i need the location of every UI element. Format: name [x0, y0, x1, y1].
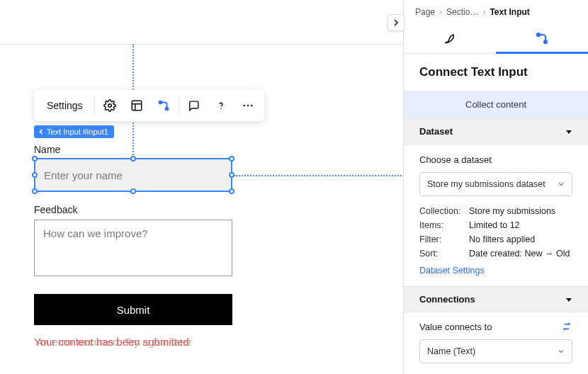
element-badge-label: Text Input #input1	[47, 128, 108, 136]
tab-design[interactable]	[404, 23, 496, 53]
svg-point-11	[544, 40, 547, 42]
value-connects-row: Value connects to	[404, 312, 588, 339]
svg-point-9	[251, 105, 253, 107]
dataset-header-label: Dataset	[419, 126, 453, 137]
feedback-label: Feedback	[34, 204, 77, 215]
element-badge[interactable]: Text Input #input1	[34, 125, 114, 138]
connections-section-body: Name (Text)	[404, 339, 588, 373]
breadcrumb: Page › Sectio… › Text Input	[404, 0, 588, 17]
svg-point-5	[165, 108, 168, 110]
value-field-select[interactable]: Name (Text)	[419, 339, 572, 363]
tab-connect[interactable]	[496, 23, 588, 53]
chevron-down-icon	[558, 181, 565, 188]
dataset-meta: Collection: Store my submissions Items: …	[419, 206, 572, 259]
breadcrumb-current: Text Input	[490, 7, 529, 17]
panel-tabs	[404, 23, 588, 54]
resize-handle-nw[interactable]	[32, 156, 38, 162]
sort-value: Date created: New → Old	[469, 249, 572, 259]
caret-down-icon	[565, 128, 572, 135]
name-input[interactable]: Enter your name	[34, 158, 232, 192]
filter-key: Filter:	[419, 234, 469, 244]
choose-dataset-label: Choose a dataset	[419, 154, 572, 165]
help-icon[interactable]	[208, 90, 234, 121]
connections-section-header[interactable]: Connections	[404, 286, 588, 312]
resize-handle-sw[interactable]	[32, 188, 38, 194]
element-toolbar: Settings	[34, 90, 264, 121]
dataset-section-header[interactable]: Dataset	[404, 118, 588, 144]
editor-canvas: Settings Text Input #input1 Name Enter y…	[0, 0, 402, 374]
collection-key: Collection:	[419, 206, 469, 216]
dataset-section-body: Choose a dataset Store my submissions da…	[404, 144, 588, 286]
svg-point-10	[537, 33, 540, 35]
resize-handle-n[interactable]	[130, 156, 136, 162]
horizontal-alignment-guide	[234, 175, 402, 176]
connections-header-label: Connections	[419, 294, 475, 305]
sort-key: Sort:	[419, 249, 469, 259]
resize-handle-se[interactable]	[229, 188, 234, 194]
caret-down-icon	[565, 296, 572, 303]
feedback-placeholder: How can we improve?	[43, 227, 148, 239]
svg-marker-12	[566, 130, 572, 134]
items-value: Limited to 12	[469, 220, 572, 230]
collection-value: Store my submissions	[469, 206, 572, 216]
panel-title: Connect Text Input	[404, 54, 588, 91]
svg-point-0	[108, 104, 111, 108]
name-placeholder: Enter your name	[44, 169, 123, 181]
submit-label: Submit	[117, 304, 150, 316]
svg-rect-1	[132, 101, 142, 110]
toolbar-divider	[94, 96, 95, 115]
canvas-top-divider	[0, 44, 402, 45]
feedback-textarea[interactable]: How can we improve?	[34, 220, 232, 276]
breadcrumb-section[interactable]: Sectio…	[446, 7, 478, 17]
chevron-right-icon: ›	[439, 7, 442, 17]
filter-value: No filters applied	[469, 234, 572, 244]
value-field-selected: Name (Text)	[427, 346, 475, 356]
name-label: Name	[34, 144, 60, 155]
resize-handle-ne[interactable]	[229, 156, 234, 162]
comment-icon[interactable]	[181, 90, 208, 121]
svg-point-8	[247, 105, 249, 107]
resize-handle-w[interactable]	[32, 172, 38, 178]
gear-icon[interactable]	[96, 90, 123, 121]
resize-handle-s[interactable]	[130, 188, 136, 194]
toolbar-divider	[179, 96, 179, 115]
more-icon[interactable]	[234, 90, 261, 121]
resize-handle-e[interactable]	[229, 172, 234, 178]
chevron-right-icon: ›	[482, 7, 485, 17]
svg-point-6	[220, 108, 221, 108]
inspector-panel: Page › Sectio… › Text Input Connect Text…	[403, 0, 588, 374]
chevron-down-icon	[558, 348, 565, 355]
items-key: Items:	[419, 220, 469, 230]
value-connects-label: Value connects to	[419, 322, 492, 332]
swap-icon[interactable]	[561, 321, 572, 332]
connect-data-icon[interactable]	[150, 90, 177, 121]
dataset-selected-value: Store my submissions dataset	[427, 179, 545, 189]
success-message: Your content has been submitted	[34, 336, 189, 348]
settings-button[interactable]: Settings	[37, 90, 93, 121]
dataset-select[interactable]: Store my submissions dataset	[419, 172, 572, 196]
svg-marker-13	[566, 298, 572, 302]
panel-collapse-toggle[interactable]	[388, 14, 405, 31]
svg-point-7	[243, 105, 245, 107]
collect-content-row[interactable]: Collect content	[404, 91, 588, 118]
submit-button[interactable]: Submit	[34, 294, 232, 325]
layout-icon[interactable]	[123, 90, 150, 121]
svg-point-4	[159, 101, 162, 104]
breadcrumb-page[interactable]: Page	[415, 7, 435, 17]
dataset-settings-link[interactable]: Dataset Settings	[419, 266, 485, 276]
